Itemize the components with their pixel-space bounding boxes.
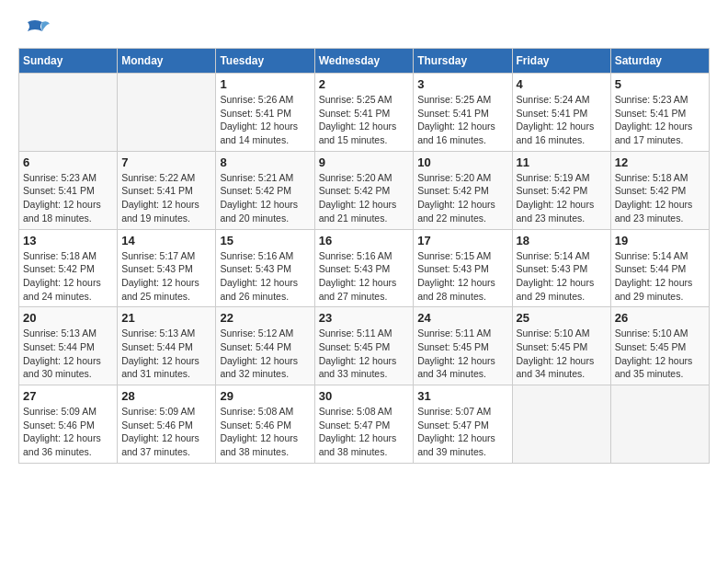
day-info: Sunrise: 5:18 AM Sunset: 5:42 PM Dayligh…: [23, 249, 113, 304]
day-number: 28: [121, 389, 211, 403]
day-info: Sunrise: 5:17 AM Sunset: 5:43 PM Dayligh…: [121, 249, 211, 304]
day-info: Sunrise: 5:14 AM Sunset: 5:43 PM Dayligh…: [517, 249, 607, 304]
day-info: Sunrise: 5:14 AM Sunset: 5:44 PM Dayligh…: [615, 249, 705, 304]
calendar-cell: [118, 74, 216, 152]
calendar-cell: 30Sunrise: 5:08 AM Sunset: 5:47 PM Dayli…: [314, 385, 414, 464]
day-info: Sunrise: 5:23 AM Sunset: 5:41 PM Dayligh…: [23, 171, 113, 225]
calendar-cell: 15Sunrise: 5:16 AM Sunset: 5:43 PM Dayli…: [216, 229, 314, 307]
calendar-cell: 14Sunrise: 5:17 AM Sunset: 5:43 PM Dayli…: [118, 229, 216, 307]
calendar-week-3: 13Sunrise: 5:18 AM Sunset: 5:42 PM Dayli…: [19, 229, 710, 307]
calendar-week-4: 20Sunrise: 5:13 AM Sunset: 5:44 PM Dayli…: [19, 307, 710, 385]
day-number: 19: [615, 234, 705, 247]
calendar-cell: 29Sunrise: 5:08 AM Sunset: 5:46 PM Dayli…: [216, 385, 314, 464]
day-info: Sunrise: 5:13 AM Sunset: 5:44 PM Dayligh…: [23, 327, 113, 381]
day-number: 22: [220, 311, 310, 325]
day-info: Sunrise: 5:24 AM Sunset: 5:41 PM Dayligh…: [517, 93, 607, 147]
calendar-cell: 21Sunrise: 5:13 AM Sunset: 5:44 PM Dayli…: [118, 307, 216, 385]
calendar-cell: 11Sunrise: 5:19 AM Sunset: 5:42 PM Dayli…: [512, 151, 610, 229]
day-info: Sunrise: 5:13 AM Sunset: 5:44 PM Dayligh…: [121, 327, 211, 381]
calendar-week-1: 1Sunrise: 5:26 AM Sunset: 5:41 PM Daylig…: [19, 74, 710, 152]
day-number: 8: [220, 155, 310, 169]
day-info: Sunrise: 5:21 AM Sunset: 5:42 PM Dayligh…: [220, 171, 310, 225]
calendar-week-5: 27Sunrise: 5:09 AM Sunset: 5:46 PM Dayli…: [19, 385, 710, 464]
day-number: 16: [319, 234, 410, 247]
day-number: 30: [319, 389, 410, 403]
day-info: Sunrise: 5:11 AM Sunset: 5:45 PM Dayligh…: [319, 327, 410, 381]
column-header-thursday: Thursday: [414, 49, 512, 74]
column-header-wednesday: Wednesday: [314, 49, 414, 74]
calendar-cell: 17Sunrise: 5:15 AM Sunset: 5:43 PM Dayli…: [414, 229, 512, 307]
calendar-cell: 16Sunrise: 5:16 AM Sunset: 5:43 PM Dayli…: [314, 229, 414, 307]
day-info: Sunrise: 5:20 AM Sunset: 5:42 PM Dayligh…: [417, 171, 507, 225]
calendar-table: SundayMondayTuesdayWednesdayThursdayFrid…: [18, 48, 710, 464]
calendar-cell: 24Sunrise: 5:11 AM Sunset: 5:45 PM Dayli…: [414, 307, 512, 385]
day-info: Sunrise: 5:18 AM Sunset: 5:42 PM Dayligh…: [615, 171, 705, 225]
day-number: 24: [417, 311, 507, 325]
day-number: 5: [615, 77, 705, 91]
day-number: 20: [23, 311, 113, 325]
calendar-cell: 19Sunrise: 5:14 AM Sunset: 5:44 PM Dayli…: [610, 229, 709, 307]
day-number: 23: [319, 311, 410, 325]
day-number: 10: [417, 155, 507, 169]
column-header-friday: Friday: [512, 49, 610, 74]
calendar-cell: 28Sunrise: 5:09 AM Sunset: 5:46 PM Dayli…: [118, 385, 216, 464]
calendar-cell: 7Sunrise: 5:22 AM Sunset: 5:41 PM Daylig…: [118, 151, 216, 229]
calendar-cell: 22Sunrise: 5:12 AM Sunset: 5:44 PM Dayli…: [216, 307, 314, 385]
column-header-saturday: Saturday: [610, 49, 709, 74]
day-info: Sunrise: 5:09 AM Sunset: 5:46 PM Dayligh…: [23, 405, 113, 459]
day-info: Sunrise: 5:16 AM Sunset: 5:43 PM Dayligh…: [319, 249, 410, 304]
calendar-cell: [512, 385, 610, 464]
calendar-cell: 2Sunrise: 5:25 AM Sunset: 5:41 PM Daylig…: [314, 74, 414, 152]
day-number: 17: [417, 234, 507, 247]
day-info: Sunrise: 5:16 AM Sunset: 5:43 PM Dayligh…: [220, 249, 310, 304]
calendar-cell: [610, 385, 709, 464]
day-number: 2: [319, 77, 410, 91]
day-info: Sunrise: 5:23 AM Sunset: 5:41 PM Dayligh…: [615, 93, 705, 147]
calendar-cell: 20Sunrise: 5:13 AM Sunset: 5:44 PM Dayli…: [19, 307, 118, 385]
logo: [18, 18, 50, 39]
day-info: Sunrise: 5:07 AM Sunset: 5:47 PM Dayligh…: [417, 405, 507, 459]
calendar-cell: 26Sunrise: 5:10 AM Sunset: 5:45 PM Dayli…: [610, 307, 709, 385]
day-number: 4: [517, 77, 607, 91]
calendar-cell: 25Sunrise: 5:10 AM Sunset: 5:45 PM Dayli…: [512, 307, 610, 385]
day-info: Sunrise: 5:26 AM Sunset: 5:41 PM Dayligh…: [220, 93, 310, 147]
page-header: [18, 18, 710, 39]
calendar-cell: 13Sunrise: 5:18 AM Sunset: 5:42 PM Dayli…: [19, 229, 118, 307]
calendar-cell: 4Sunrise: 5:24 AM Sunset: 5:41 PM Daylig…: [512, 74, 610, 152]
calendar-cell: 18Sunrise: 5:14 AM Sunset: 5:43 PM Dayli…: [512, 229, 610, 307]
day-info: Sunrise: 5:08 AM Sunset: 5:46 PM Dayligh…: [220, 405, 310, 459]
day-number: 1: [220, 77, 310, 91]
calendar-cell: [19, 74, 118, 152]
day-number: 3: [417, 77, 507, 91]
day-number: 29: [220, 389, 310, 403]
calendar-cell: 6Sunrise: 5:23 AM Sunset: 5:41 PM Daylig…: [19, 151, 118, 229]
calendar-cell: 27Sunrise: 5:09 AM Sunset: 5:46 PM Dayli…: [19, 385, 118, 464]
day-info: Sunrise: 5:09 AM Sunset: 5:46 PM Dayligh…: [121, 405, 211, 459]
day-info: Sunrise: 5:25 AM Sunset: 5:41 PM Dayligh…: [319, 93, 410, 147]
day-info: Sunrise: 5:12 AM Sunset: 5:44 PM Dayligh…: [220, 327, 310, 381]
day-number: 18: [517, 234, 607, 247]
day-number: 12: [615, 155, 705, 169]
day-number: 9: [319, 155, 410, 169]
calendar-cell: 5Sunrise: 5:23 AM Sunset: 5:41 PM Daylig…: [610, 74, 709, 152]
calendar-week-2: 6Sunrise: 5:23 AM Sunset: 5:41 PM Daylig…: [19, 151, 710, 229]
day-info: Sunrise: 5:10 AM Sunset: 5:45 PM Dayligh…: [615, 327, 705, 381]
day-number: 21: [121, 311, 211, 325]
calendar-cell: 23Sunrise: 5:11 AM Sunset: 5:45 PM Dayli…: [314, 307, 414, 385]
day-info: Sunrise: 5:19 AM Sunset: 5:42 PM Dayligh…: [517, 171, 607, 225]
day-number: 7: [121, 155, 211, 169]
column-header-monday: Monday: [118, 49, 216, 74]
logo-bird-icon: [20, 18, 50, 39]
day-info: Sunrise: 5:11 AM Sunset: 5:45 PM Dayligh…: [417, 327, 507, 381]
day-info: Sunrise: 5:15 AM Sunset: 5:43 PM Dayligh…: [417, 249, 507, 304]
day-number: 15: [220, 234, 310, 247]
day-number: 13: [23, 234, 113, 247]
day-number: 25: [517, 311, 607, 325]
calendar-cell: 9Sunrise: 5:20 AM Sunset: 5:42 PM Daylig…: [314, 151, 414, 229]
day-number: 31: [417, 389, 507, 403]
column-header-sunday: Sunday: [19, 49, 118, 74]
calendar-cell: 1Sunrise: 5:26 AM Sunset: 5:41 PM Daylig…: [216, 74, 314, 152]
day-number: 27: [23, 389, 113, 403]
day-info: Sunrise: 5:25 AM Sunset: 5:41 PM Dayligh…: [417, 93, 507, 147]
calendar-header-row: SundayMondayTuesdayWednesdayThursdayFrid…: [19, 49, 710, 74]
